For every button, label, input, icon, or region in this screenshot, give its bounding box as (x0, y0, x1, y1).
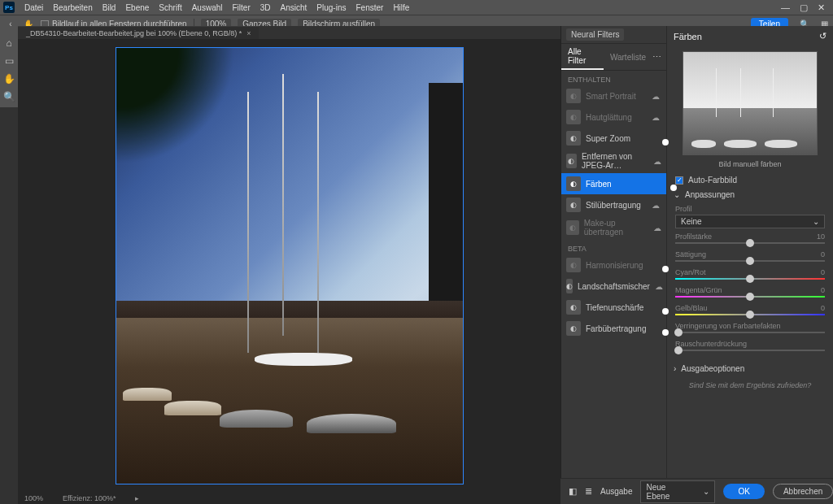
auto-checkbox[interactable]: ✓ (675, 176, 683, 185)
layers-icon[interactable]: ≣ (585, 485, 592, 498)
gelbblau-slider[interactable] (675, 314, 825, 315)
app-logo: Ps (3, 2, 15, 13)
document-tabs: _DB54310-Bearbeitet-Bearbeitet.jpg bei 1… (18, 26, 560, 39)
filter-stiluebertragung[interactable]: ◐ Stilübertragung ☁ (561, 194, 666, 215)
download-icon[interactable]: ☁ (652, 92, 661, 100)
home-icon[interactable]: ⌂ (2, 36, 16, 50)
menu-datei[interactable]: Datei (20, 3, 48, 12)
status-more-icon[interactable]: ▸ (135, 494, 139, 502)
profil-value: Keine (681, 217, 702, 226)
chevron-down-icon: ⌄ (813, 217, 819, 226)
filter-smart-portrait[interactable]: ◐ Smart Portrait ☁ (561, 85, 666, 106)
ausgabeoptionen-label: Ausgabeoptionen (681, 364, 744, 373)
menu-filter[interactable]: Filter (228, 3, 255, 12)
filter-landschaft[interactable]: ◐ Landschaftsmischer ☁ (561, 276, 666, 297)
auto-label: Auto-Farbbild (688, 176, 737, 185)
menu-bild[interactable]: Bild (98, 3, 121, 12)
filter-makeup[interactable]: ◐ Make-up übertragen ☁ (561, 215, 666, 240)
ausgabe-label: Ausgabe (600, 487, 632, 496)
anpassungen-header[interactable]: ⌄ Anpassungen (667, 187, 833, 202)
ausgabe-value: Neue Ebene (646, 483, 678, 501)
hand-tool[interactable]: ✋ (2, 72, 16, 86)
tab-warteliste[interactable]: Warteliste (604, 50, 652, 65)
window-maximize-icon[interactable]: ▢ (800, 2, 808, 13)
document-tab-label: _DB54310-Bearbeitet-Bearbeitet.jpg bei 1… (26, 29, 242, 37)
filter-thumb-icon: ◐ (566, 154, 577, 168)
filter-jpeg-artefakte[interactable]: ◐ Entfernen von JPEG-Ar… ☁ (561, 149, 666, 173)
filter-faerben[interactable]: ◐ Färben (561, 173, 666, 194)
menu-hilfe[interactable]: Hilfe (388, 3, 414, 12)
saettigung-value: 0 (821, 250, 825, 259)
neural-bottom-bar: ◧ ≣ Ausgabe Neue Ebene ⌄ OK Abbrechen (560, 478, 833, 504)
filter-super-zoom[interactable]: ◐ Super Zoom (561, 128, 666, 149)
filter-label: Smart Portrait (586, 92, 636, 101)
menu-plugins[interactable]: Plug-ins (312, 3, 351, 12)
ok-button[interactable]: OK (723, 484, 764, 499)
cancel-button[interactable]: Abbrechen (773, 484, 833, 499)
panel-menu-icon[interactable]: ⋯ (652, 52, 666, 63)
chevron-down-icon: ⌄ (674, 190, 680, 199)
filter-farbuebertragung[interactable]: ◐ Farbübertragung (561, 318, 666, 339)
status-zoom[interactable]: 100% (24, 494, 43, 502)
rauschen-label: Rauschunterdrückung (675, 340, 747, 348)
auto-farbbild-row[interactable]: ✓ Auto-Farbbild (667, 173, 833, 187)
filter-harmonisierung[interactable]: ◐ Harmonisierung (561, 254, 666, 276)
tab-alle-filter[interactable]: Alle Filter (561, 44, 604, 70)
saettigung-slider[interactable] (675, 260, 825, 262)
compare-icon[interactable]: ◧ (569, 485, 577, 498)
filter-label: Super Zoom (586, 134, 630, 143)
profilstaerke-value: 10 (817, 232, 825, 241)
profilstaerke-slider[interactable] (675, 242, 825, 244)
preview-image[interactable] (683, 51, 818, 155)
menu-3d[interactable]: 3D (255, 3, 276, 12)
menu-ansicht[interactable]: Ansicht (276, 3, 312, 12)
filter-label: Entfernen von JPEG-Ar… (582, 152, 648, 170)
back-icon[interactable]: ‹ (5, 19, 16, 30)
download-icon[interactable]: ☁ (653, 224, 662, 232)
zoom-tool[interactable]: 🔍 (2, 89, 16, 104)
menu-bearbeiten[interactable]: Bearbeiten (48, 3, 97, 12)
ausgabe-dropdown[interactable]: Neue Ebene ⌄ (640, 480, 715, 503)
profil-label: Profil (675, 205, 825, 213)
tab-close-icon[interactable]: × (246, 29, 251, 37)
filter-thumb-icon: ◐ (566, 279, 573, 293)
chevron-right-icon: › (674, 364, 676, 373)
neural-filters-panel: Neural Filters Alle Filter Warteliste ⋯ … (560, 26, 833, 486)
preview-caption: Bild manuell färben (667, 160, 833, 168)
filter-hautglaettung[interactable]: ◐ Hautglättung ☁ (561, 106, 666, 128)
chevron-down-icon: ⌄ (703, 487, 709, 496)
filter-thumb-icon: ◐ (566, 220, 579, 235)
download-icon[interactable]: ☁ (655, 282, 663, 290)
magentagruen-value: 0 (821, 286, 825, 294)
filter-label: Harmonisierung (586, 261, 643, 270)
reset-icon[interactable]: ↺ (819, 31, 826, 41)
window-close-icon[interactable]: ✕ (818, 2, 825, 13)
download-icon[interactable]: ☁ (652, 113, 661, 121)
profil-dropdown[interactable]: Keine ⌄ (675, 215, 825, 228)
menu-schrift[interactable]: Schrift (154, 3, 186, 12)
filter-label: Farbübertragung (586, 324, 647, 333)
canvas[interactable] (116, 47, 464, 484)
filter-thumb-icon: ◐ (566, 131, 581, 146)
download-icon[interactable]: ☁ (652, 201, 661, 209)
filter-tiefenunschaerfe[interactable]: ◐ Tiefenunschärfe (561, 297, 666, 318)
gelbblau-label: Gelb/Blau (675, 304, 708, 312)
filter-thumb-icon: ◐ (566, 198, 581, 212)
menu-fenster[interactable]: Fenster (351, 3, 388, 12)
window-minimize-icon[interactable]: — (781, 2, 790, 13)
status-efficiency: Effizienz: 100%* (63, 494, 116, 502)
download-icon[interactable]: ☁ (653, 157, 661, 165)
ausgabeoptionen-header[interactable]: › Ausgabeoptionen (667, 361, 833, 376)
window-icon[interactable]: ▭ (2, 54, 16, 68)
menu-auswahl[interactable]: Auswahl (187, 3, 228, 12)
status-bar: 100% Effizienz: 100%* ▸ (18, 493, 560, 504)
document-tab[interactable]: _DB54310-Bearbeitet-Bearbeitet.jpg bei 1… (18, 26, 259, 39)
magentagruen-slider[interactable] (675, 296, 825, 298)
cyanrot-label: Cyan/Rot (675, 268, 706, 276)
menu-ebene[interactable]: Ebene (120, 3, 154, 12)
gelbblau-value: 0 (821, 304, 825, 312)
cyanrot-slider[interactable] (675, 278, 825, 280)
farbartefakte-slider[interactable] (675, 332, 825, 333)
filter-label: Tiefenunschärfe (586, 303, 643, 312)
rauschen-slider[interactable] (675, 350, 825, 351)
